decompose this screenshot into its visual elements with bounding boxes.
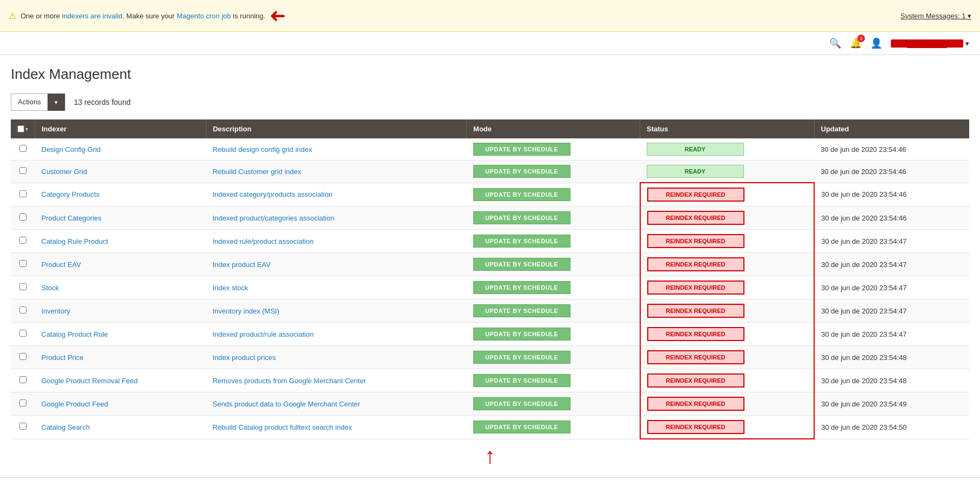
description-cell: Sends product data to Google Merchant Ce… [206, 392, 466, 416]
row-checkbox-cell [11, 138, 35, 161]
row-checkbox-cell [11, 392, 35, 416]
indexer-link[interactable]: Stock [42, 284, 59, 292]
status-cell: REINDEX REQUIRED [640, 253, 814, 276]
warning-icon: ⚠ [9, 11, 16, 21]
indexer-link[interactable]: Product Categories [42, 214, 102, 222]
system-messages-link[interactable]: System Messages: 1 ▾ [901, 12, 971, 20]
mode-cell: UPDATE BY SCHEDULE [467, 416, 640, 439]
notification-bar: ⚠ One or more indexers are invalid. Make… [0, 0, 980, 32]
mode-button[interactable]: UPDATE BY SCHEDULE [473, 304, 570, 317]
actions-row: Actions ▾ 13 records found [11, 94, 969, 111]
row-checkbox[interactable] [19, 353, 26, 360]
row-checkbox[interactable] [19, 190, 26, 197]
indexer-link[interactable]: Inventory [42, 307, 70, 315]
row-checkbox[interactable] [19, 260, 26, 267]
mode-cell: UPDATE BY SCHEDULE [467, 346, 640, 369]
indexer-link[interactable]: Customer Grid [42, 168, 88, 176]
mode-button[interactable]: UPDATE BY SCHEDULE [473, 328, 570, 341]
row-checkbox[interactable] [19, 237, 26, 244]
description-cell: Index product prices [206, 346, 466, 369]
table-row: Customer GridRebuild Customer grid index… [11, 161, 969, 183]
description-link[interactable]: Sends product data to Google Merchant Ce… [212, 400, 360, 408]
indexer-link[interactable]: Category Products [42, 190, 100, 198]
mode-button[interactable]: UPDATE BY SCHEDULE [473, 188, 570, 201]
status-badge: REINDEX REQUIRED [647, 350, 744, 364]
search-icon[interactable]: 🔍 [829, 37, 841, 49]
actions-arrow[interactable]: ▾ [48, 94, 65, 111]
description-link[interactable]: Rebuild Catalog product fulltext search … [212, 423, 352, 431]
table-row: Google Product FeedSends product data to… [11, 392, 969, 416]
mode-cell: UPDATE BY SCHEDULE [467, 299, 640, 323]
row-checkbox[interactable] [19, 306, 26, 313]
mode-button[interactable]: UPDATE BY SCHEDULE [473, 211, 570, 224]
description-link[interactable]: Indexed product/rule association [212, 330, 313, 338]
description-link[interactable]: Index product prices [212, 353, 276, 362]
indexer-link[interactable]: Google Product Removal Feed [42, 377, 138, 385]
description-cell: Inventory index (MSI) [206, 299, 466, 323]
indexer-link[interactable]: Product Price [42, 353, 84, 362]
description-link[interactable]: Indexed category/products association [212, 190, 332, 198]
indexer-link[interactable]: Product EAV [42, 261, 81, 269]
bell-icon[interactable]: 🔔 2 [850, 37, 862, 49]
indexer-link[interactable]: Google Product Feed [42, 400, 109, 408]
description-link[interactable]: Rebuild Customer grid index [212, 168, 301, 176]
indexer-link[interactable]: Catalog Search [42, 423, 90, 431]
actions-dropdown[interactable]: Actions ▾ [11, 94, 65, 111]
indexer-link[interactable]: Catalog Rule Product [42, 237, 109, 245]
row-checkbox[interactable] [19, 330, 26, 337]
row-checkbox[interactable] [19, 399, 26, 406]
description-link[interactable]: Index product EAV [212, 261, 270, 269]
indexer-link[interactable]: Design Config Grid [42, 145, 101, 154]
row-checkbox[interactable] [19, 376, 26, 383]
table-row: Catalog SearchRebuild Catalog product fu… [11, 416, 969, 439]
row-checkbox-cell [11, 369, 35, 392]
indexer-name-cell: Category Products [35, 183, 206, 206]
mode-button[interactable]: UPDATE BY SCHEDULE [473, 374, 570, 387]
cron-link[interactable]: Magento cron job [177, 12, 231, 20]
row-checkbox[interactable] [19, 167, 26, 174]
description-cell: Indexed product/rule association [206, 323, 466, 346]
description-link[interactable]: Indexed product/categories association [212, 214, 334, 222]
status-badge: REINDEX REQUIRED [647, 420, 744, 434]
updated-cell: 30 de jun de 2020 23:54:47 [814, 230, 969, 253]
mode-button[interactable]: UPDATE BY SCHEDULE [473, 421, 570, 433]
col-mode: Mode [467, 119, 640, 138]
mode-button[interactable]: UPDATE BY SCHEDULE [473, 281, 570, 294]
mode-button[interactable]: UPDATE BY SCHEDULE [473, 143, 570, 156]
indexer-name-cell: Product EAV [35, 253, 206, 276]
mode-button[interactable]: UPDATE BY SCHEDULE [473, 165, 570, 178]
indexers-link[interactable]: indexers are invalid [62, 12, 123, 20]
mode-button[interactable]: UPDATE BY SCHEDULE [473, 351, 570, 364]
indexer-name-cell: Google Product Feed [35, 392, 206, 416]
mode-button[interactable]: UPDATE BY SCHEDULE [473, 397, 570, 410]
description-link[interactable]: Indexed rule/product association [212, 237, 313, 245]
mode-button[interactable]: UPDATE BY SCHEDULE [473, 258, 570, 271]
select-all-checkbox[interactable] [17, 125, 24, 132]
status-badge: REINDEX REQUIRED [647, 188, 744, 202]
status-cell: READY [640, 161, 814, 183]
status-badge: REINDEX REQUIRED [647, 373, 744, 388]
updated-cell: 30 de jun de 2020 23:54:47 [814, 276, 969, 299]
indexer-link[interactable]: Catalog Product Rule [42, 330, 109, 338]
mode-cell: UPDATE BY SCHEDULE [467, 230, 640, 253]
index-table: ▾ Indexer Description Mode Status Update… [11, 119, 969, 439]
description-link[interactable]: Index stock [212, 284, 248, 292]
row-checkbox[interactable] [19, 214, 26, 221]
user-menu[interactable]: ████████ ▾ [891, 39, 969, 48]
description-cell: Indexed rule/product association [206, 230, 466, 253]
user-icon[interactable]: 👤 [870, 37, 882, 49]
indexer-name-cell: Design Config Grid [35, 138, 206, 161]
indexer-name-cell: Customer Grid [35, 161, 206, 183]
description-link[interactable]: Removes products from Google Merchant Ce… [212, 377, 366, 385]
arrow-up-decoration: ↑ [11, 439, 969, 468]
description-link[interactable]: Rebuild design config grid index [212, 145, 312, 154]
mode-cell: UPDATE BY SCHEDULE [467, 323, 640, 346]
select-all-chevron[interactable]: ▾ [25, 126, 28, 132]
row-checkbox[interactable] [19, 423, 26, 430]
row-checkbox[interactable] [19, 145, 26, 152]
table-row: Category ProductsIndexed category/produc… [11, 183, 969, 206]
description-link[interactable]: Inventory index (MSI) [212, 307, 279, 315]
mode-button[interactable]: UPDATE BY SCHEDULE [473, 235, 570, 248]
row-checkbox[interactable] [19, 283, 26, 290]
page-footer: 🔴 Copyright © 2020 Magento Commerce Inc.… [0, 477, 980, 487]
